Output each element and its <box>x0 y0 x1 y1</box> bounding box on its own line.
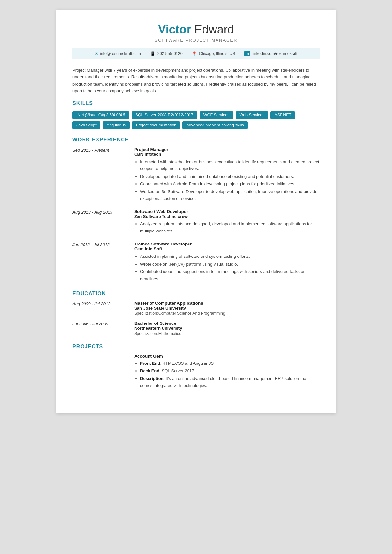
work-date: Sep 2015 - Present <box>72 147 134 203</box>
skill-tag: WCF Services <box>200 111 233 119</box>
project-name: Account Gem <box>134 354 320 359</box>
skill-tag: Java Script <box>72 121 100 129</box>
resume-document: Victor Edward SOFTWARE PROJECT MANAGER ✉… <box>56 10 336 413</box>
linkedin-icon: in <box>244 51 251 56</box>
resume-header: Victor Edward SOFTWARE PROJECT MANAGER ✉… <box>72 23 320 59</box>
work-date: Aug 2013 - Aug 2015 <box>72 209 134 235</box>
work-title: Project Manager <box>134 147 320 152</box>
skill-tag: Web Services <box>236 111 268 119</box>
phone-contact: 📱 202-555-0120 <box>150 51 183 56</box>
first-name: Victor <box>158 23 191 36</box>
education-entry: Aug 2009 - Jul 2012 Master of Computer A… <box>72 301 320 316</box>
phone-text: 202-555-0120 <box>157 51 183 56</box>
email-icon: ✉ <box>95 51 98 56</box>
work-date: Jan 2012 - Jul 2012 <box>72 242 134 283</box>
professional-summary: Project Manager with 7 years of expertis… <box>72 67 320 95</box>
skill-tag: ASP.NET <box>270 111 295 119</box>
project-bullet: Front End: HTML,CSS and Angular JS <box>140 360 320 367</box>
skills-tags-container: .Net (Visual C#) 3.5/4.0/4.5SQL Server 2… <box>72 111 320 129</box>
location-text: Chicago, Illinois, US <box>199 51 235 56</box>
education-entry: Jul 2006 - Jul 2009 Bachelor of Science … <box>72 321 320 336</box>
contact-bar: ✉ info@resumekraft.com 📱 202-555-0120 📍 … <box>72 48 320 59</box>
work-entry: Jan 2012 - Jul 2012 Trainee Software Dev… <box>72 242 320 283</box>
work-company: Gem Info Soft <box>134 246 320 251</box>
work-bullet: Wrote code on .Net(C#) platform using vi… <box>140 261 320 268</box>
skill-tag: SQL Server 2008 R2/2012/2017 <box>132 111 197 119</box>
edu-content: Master of Computer Applications San Jose… <box>134 301 320 316</box>
project-bullet-label: Back End <box>140 368 159 373</box>
work-bullets-list: Assisted in planning of software and sys… <box>134 253 320 282</box>
work-bullet: Assisted in planning of software and sys… <box>140 253 320 260</box>
location-icon: 📍 <box>192 51 197 56</box>
edu-date: Aug 2009 - Jul 2012 <box>72 301 134 316</box>
project-bullet-label: Description <box>140 376 163 381</box>
education-section: EDUCATION Aug 2009 - Jul 2012 Master of … <box>72 291 320 336</box>
skills-section: SKILLS .Net (Visual C#) 3.5/4.0/4.5SQL S… <box>72 100 320 129</box>
work-content: Project Manager CBN Infotech Interacted … <box>134 147 320 203</box>
skill-tag: Advanced problem solving skills <box>182 121 248 129</box>
edu-degree: Bachelor of Science <box>134 321 320 326</box>
work-title: Software / Web Developer <box>134 209 320 214</box>
work-bullet: Worked as Sr. Software Developer to deve… <box>140 188 320 202</box>
edu-degree: Master of Computer Applications <box>134 301 320 306</box>
phone-icon: 📱 <box>150 51 155 56</box>
project-entry: Account Gem Front End: HTML,CSS and Angu… <box>134 354 320 389</box>
work-bullets-list: Interacted with stakeholders or business… <box>134 158 320 202</box>
edu-specialization: Specilization:Mathematics <box>134 331 320 336</box>
last-name: Edward <box>191 23 234 36</box>
work-title: Trainee Software Developer <box>134 242 320 246</box>
work-content: Trainee Software Developer Gem Info Soft… <box>134 242 320 283</box>
edu-school: San Jose State University <box>134 306 320 310</box>
work-entry: Aug 2013 - Aug 2015 Software / Web Devel… <box>72 209 320 235</box>
project-bullet: Description: It's an online advanced clo… <box>140 375 320 389</box>
projects-title: PROJECTS <box>72 344 320 351</box>
edu-school: Northeastern University <box>134 326 320 331</box>
work-company: Zen Software Techno crew <box>134 214 320 219</box>
location-contact: 📍 Chicago, Illinois, US <box>192 51 235 56</box>
project-bullet: Back End: SQL Server 2017 <box>140 367 320 374</box>
skill-tag: .Net (Visual C#) 3.5/4.0/4.5 <box>72 111 129 119</box>
candidate-name: Victor Edward <box>72 23 320 36</box>
work-content: Software / Web Developer Zen Software Te… <box>134 209 320 235</box>
work-experience-title: WORK EXPERIENCE <box>72 137 320 144</box>
email-contact: ✉ info@resumekraft.com <box>95 51 141 56</box>
work-company: CBN Infotech <box>134 152 320 157</box>
skill-tag: Angular Js <box>103 121 130 129</box>
work-entry: Sep 2015 - Present Project Manager CBN I… <box>72 147 320 203</box>
skill-tag: Project documentation <box>132 121 180 129</box>
work-bullet: Analyzed requirements and designed, deve… <box>140 220 320 234</box>
linkedin-contact: in linkedin.com/resumekraft <box>244 51 298 56</box>
project-bullets-list: Front End: HTML,CSS and Angular JSBack E… <box>134 360 320 389</box>
projects-section: PROJECTS Account Gem Front End: HTML,CSS… <box>72 344 320 389</box>
work-bullet: Coordinated with Android Team in develop… <box>140 180 320 187</box>
edu-content: Bachelor of Science Northeastern Univers… <box>134 321 320 336</box>
edu-date: Jul 2006 - Jul 2009 <box>72 321 134 336</box>
work-bullet: Interacted with stakeholders or business… <box>140 158 320 172</box>
project-bullet-label: Front End <box>140 361 160 366</box>
linkedin-text: linkedin.com/resumekraft <box>252 51 297 56</box>
work-bullet: Developed, updated and maintained databa… <box>140 173 320 180</box>
email-text: info@resumekraft.com <box>100 51 141 56</box>
work-experience-section: WORK EXPERIENCE Sep 2015 - Present Proje… <box>72 137 320 283</box>
education-title: EDUCATION <box>72 291 320 298</box>
job-title: SOFTWARE PROJECT MANAGER <box>72 38 320 43</box>
skills-section-title: SKILLS <box>72 100 320 108</box>
edu-specialization: Specilization:Computer Science And Progr… <box>134 311 320 316</box>
work-bullets-list: Analyzed requirements and designed, deve… <box>134 220 320 234</box>
work-bullet: Contributed ideas and suggestions in tea… <box>140 268 320 282</box>
